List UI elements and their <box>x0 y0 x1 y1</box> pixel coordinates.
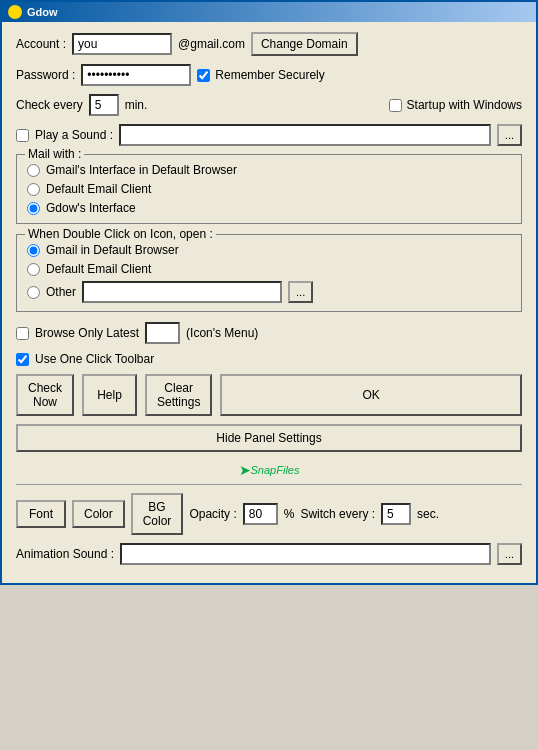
domain-text: @gmail.com <box>178 37 245 51</box>
double-click-group: When Double Click on Icon, open : Gmail … <box>16 234 522 312</box>
play-sound-row: Play a Sound : ... <box>16 124 522 146</box>
one-click-label: Use One Click Toolbar <box>35 352 154 366</box>
check-every-row: Check every min. Startup with Windows <box>16 94 522 116</box>
icon-menu-label: (Icon's Menu) <box>186 326 258 340</box>
check-every-before-label: Check every <box>16 98 83 112</box>
dblclick-other-label: Other <box>46 285 76 299</box>
account-label: Account : <box>16 37 66 51</box>
dblclick-default-radio[interactable] <box>27 263 40 276</box>
remember-label: Remember Securely <box>215 68 324 82</box>
bottom-buttons-row: CheckNow Help ClearSettings OK <box>16 374 522 416</box>
startup-row: Startup with Windows <box>389 98 522 112</box>
mail-gdow-label: Gdow's Interface <box>46 201 136 215</box>
remember-checkbox[interactable] <box>197 69 210 82</box>
password-row: Password : Remember Securely <box>16 64 522 86</box>
double-click-title: When Double Click on Icon, open : <box>25 227 216 241</box>
title-icon <box>8 5 22 19</box>
animation-input[interactable] <box>120 543 491 565</box>
mail-gdow-radio[interactable] <box>27 202 40 215</box>
dblclick-default-label: Default Email Client <box>46 262 151 276</box>
check-now-button[interactable]: CheckNow <box>16 374 74 416</box>
snapfiles-text: SnapFiles <box>251 464 300 476</box>
browse-only-checkbox[interactable] <box>16 327 29 340</box>
ok-button[interactable]: OK <box>220 374 522 416</box>
mail-default-label: Default Email Client <box>46 182 151 196</box>
hide-panel-button[interactable]: Hide Panel Settings <box>16 424 522 452</box>
content-area: Account : @gmail.com Change Domain Passw… <box>2 22 536 583</box>
remember-row: Remember Securely <box>197 68 324 82</box>
mail-gmail-radio[interactable] <box>27 164 40 177</box>
animation-label: Animation Sound : <box>16 547 114 561</box>
switch-label: Switch every : <box>300 507 375 521</box>
dblclick-option-3-row: Other ... <box>27 281 511 303</box>
dblclick-other-input[interactable] <box>82 281 282 303</box>
panel-bottom: Font Color BGColor Opacity : % Switch ev… <box>16 484 522 565</box>
mail-option-1-row: Gmail's Interface in Default Browser <box>27 163 511 177</box>
browse-only-input[interactable] <box>145 322 180 344</box>
sec-label: sec. <box>417 507 439 521</box>
play-sound-browse-button[interactable]: ... <box>497 124 522 146</box>
help-button[interactable]: Help <box>82 374 137 416</box>
mail-default-radio[interactable] <box>27 183 40 196</box>
percent-label: % <box>284 507 295 521</box>
clear-settings-button[interactable]: ClearSettings <box>145 374 212 416</box>
startup-checkbox[interactable] <box>389 99 402 112</box>
mail-option-2-row: Default Email Client <box>27 182 511 196</box>
play-sound-label: Play a Sound : <box>35 128 113 142</box>
one-click-checkbox[interactable] <box>16 353 29 366</box>
account-row: Account : @gmail.com Change Domain <box>16 32 522 56</box>
mail-gmail-label: Gmail's Interface in Default Browser <box>46 163 237 177</box>
font-button[interactable]: Font <box>16 500 66 528</box>
mail-with-title: Mail with : <box>25 147 84 161</box>
panel-controls-row: Font Color BGColor Opacity : % Switch ev… <box>16 493 522 535</box>
snapfiles-arrow: ➤ <box>239 462 251 478</box>
dblclick-option-2-row: Default Email Client <box>27 262 511 276</box>
bgcolor-button[interactable]: BGColor <box>131 493 184 535</box>
snapfiles-badge: ➤ SnapFiles <box>16 462 522 478</box>
animation-sound-row: Animation Sound : ... <box>16 543 522 565</box>
change-domain-button[interactable]: Change Domain <box>251 32 358 56</box>
dblclick-gmail-radio[interactable] <box>27 244 40 257</box>
check-every-input[interactable] <box>89 94 119 116</box>
dblclick-other-radio[interactable] <box>27 286 40 299</box>
dblclick-gmail-label: Gmail in Default Browser <box>46 243 179 257</box>
color-button[interactable]: Color <box>72 500 125 528</box>
mail-option-3-row: Gdow's Interface <box>27 201 511 215</box>
animation-browse-button[interactable]: ... <box>497 543 522 565</box>
play-sound-checkbox[interactable] <box>16 129 29 142</box>
password-input[interactable] <box>81 64 191 86</box>
check-every-after-label: min. <box>125 98 148 112</box>
title-bar: Gdow <box>2 2 536 22</box>
account-input[interactable] <box>72 33 172 55</box>
opacity-input[interactable] <box>243 503 278 525</box>
switch-input[interactable] <box>381 503 411 525</box>
browse-only-label: Browse Only Latest <box>35 326 139 340</box>
play-sound-input[interactable] <box>119 124 491 146</box>
opacity-label: Opacity : <box>189 507 236 521</box>
window-title: Gdow <box>27 6 58 18</box>
mail-with-group: Mail with : Gmail's Interface in Default… <box>16 154 522 224</box>
password-label: Password : <box>16 68 75 82</box>
dblclick-option-1-row: Gmail in Default Browser <box>27 243 511 257</box>
one-click-row: Use One Click Toolbar <box>16 352 522 366</box>
browse-only-row: Browse Only Latest (Icon's Menu) <box>16 322 522 344</box>
dblclick-browse-button[interactable]: ... <box>288 281 313 303</box>
main-window: Gdow Account : @gmail.com Change Domain … <box>0 0 538 585</box>
startup-label: Startup with Windows <box>407 98 522 112</box>
